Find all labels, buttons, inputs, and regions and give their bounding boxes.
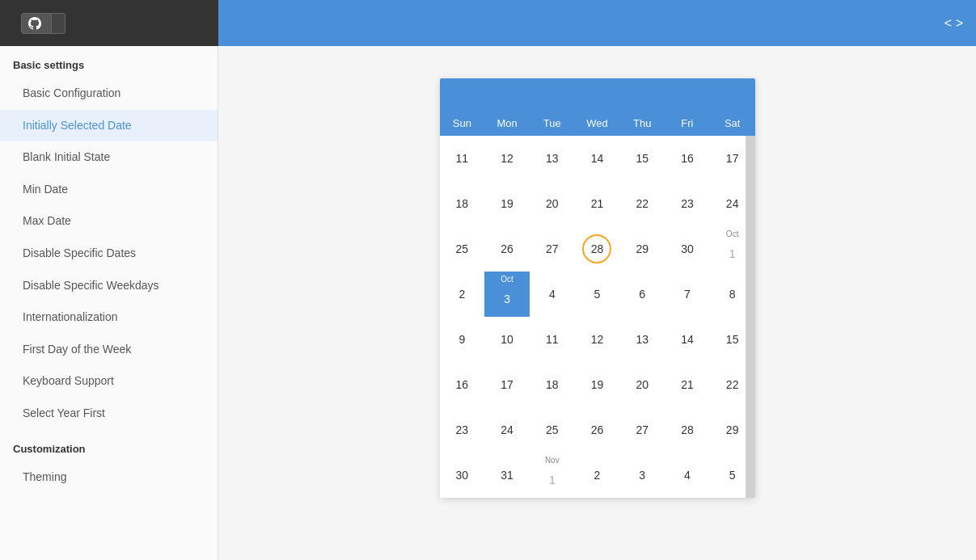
calendar-scrollbar[interactable] bbox=[746, 136, 755, 498]
calendar-cell[interactable]: 20 bbox=[530, 181, 575, 226]
calendar-cell[interactable]: 29 bbox=[619, 226, 665, 272]
calendar-grid: 1112131415161718192021222324252627282930… bbox=[440, 136, 755, 498]
sidebar-item-theming[interactable]: Theming bbox=[0, 461, 218, 494]
calendar-cell[interactable]: 17 bbox=[484, 362, 530, 407]
cell-month-label: Oct bbox=[501, 275, 513, 284]
calendar-cell[interactable]: 21 bbox=[665, 362, 710, 407]
main-layout: Basic settingsBasic ConfigurationInitial… bbox=[0, 46, 976, 560]
calendar-cell[interactable]: 14 bbox=[665, 317, 710, 362]
calendar-cell[interactable]: 19 bbox=[484, 181, 530, 226]
calendar-cell[interactable]: 4 bbox=[530, 272, 575, 317]
sidebar-item-basic-config[interactable]: Basic Configuration bbox=[0, 78, 218, 110]
calendar-cell[interactable]: 27 bbox=[530, 226, 575, 272]
calendar-cell[interactable]: 30 bbox=[665, 226, 710, 272]
sidebar-section-basic-settings: Basic settings bbox=[0, 46, 218, 78]
cell-day-number: 16 bbox=[673, 144, 702, 173]
cell-month-label: Nov bbox=[545, 456, 560, 465]
code-toggle-button[interactable]: < > bbox=[932, 16, 976, 31]
calendar-cell[interactable]: 27 bbox=[619, 407, 665, 453]
calendar-cell[interactable]: 7 bbox=[665, 272, 710, 317]
cell-day-number: 18 bbox=[538, 370, 567, 399]
github-icon bbox=[28, 17, 41, 30]
calendar-cell[interactable]: 14 bbox=[575, 136, 620, 181]
sidebar-item-blank-initial[interactable]: Blank Initial State bbox=[0, 141, 218, 174]
calendar-cell[interactable]: Nov1 bbox=[530, 453, 575, 498]
sidebar-item-disable-specific-dates[interactable]: Disable Specific Dates bbox=[0, 238, 218, 270]
cell-day-number: 2 bbox=[447, 280, 476, 309]
sidebar-item-max-date[interactable]: Max Date bbox=[0, 205, 218, 238]
calendar-cell[interactable]: 13 bbox=[530, 136, 575, 181]
calendar-cell[interactable]: 26 bbox=[575, 407, 620, 453]
calendar-cell[interactable]: 6 bbox=[619, 272, 665, 317]
code-icon: < > bbox=[944, 16, 963, 31]
calendar-cell[interactable]: 25 bbox=[530, 407, 575, 453]
calendar-cell[interactable]: 16 bbox=[665, 136, 710, 181]
cell-day-number: 22 bbox=[718, 370, 747, 399]
calendar-cell[interactable]: 19 bbox=[575, 362, 620, 407]
cell-day-number: 24 bbox=[492, 415, 522, 444]
calendar-cell[interactable]: 30 bbox=[440, 453, 485, 498]
cell-day-number: 19 bbox=[582, 370, 611, 399]
cell-day-number: 18 bbox=[447, 189, 476, 218]
calendar-cell[interactable]: 3 bbox=[619, 453, 665, 498]
cell-day-number: 21 bbox=[582, 189, 611, 218]
calendar-cell[interactable]: 5 bbox=[575, 272, 620, 317]
calendar-cell[interactable]: 18 bbox=[440, 181, 485, 226]
calendar-cell[interactable]: 22 bbox=[619, 181, 665, 226]
weekday-thu: Thu bbox=[619, 111, 665, 136]
github-star-button[interactable] bbox=[21, 13, 52, 34]
calendar-cell[interactable]: 9 bbox=[440, 317, 485, 362]
calendar-cell[interactable]: 4 bbox=[665, 453, 710, 498]
cell-day-number: 20 bbox=[627, 370, 657, 399]
calendar-cell[interactable]: 23 bbox=[440, 407, 485, 453]
weekday-fri: Fri bbox=[665, 111, 710, 136]
calendar-cell[interactable]: 13 bbox=[619, 317, 665, 362]
calendar-cell[interactable]: 15 bbox=[619, 136, 665, 181]
calendar-cell[interactable]: 28 bbox=[665, 407, 710, 453]
cell-day-number: 14 bbox=[673, 325, 702, 354]
calendar-cell[interactable]: 21 bbox=[575, 181, 620, 226]
sidebar-item-min-date[interactable]: Min Date bbox=[0, 174, 218, 206]
cell-day-number: 15 bbox=[627, 144, 657, 173]
calendar: SunMonTueWedThuFriSat 111213141516171819… bbox=[440, 78, 755, 498]
calendar-cell[interactable]: 31 bbox=[484, 453, 530, 498]
sidebar-item-initially-selected[interactable]: Initially Selected Date bbox=[0, 110, 218, 142]
calendar-cell[interactable]: 2 bbox=[575, 453, 620, 498]
calendar-cell[interactable]: 24 bbox=[484, 407, 530, 453]
calendar-cell[interactable]: 2 bbox=[440, 272, 485, 317]
calendar-cell[interactable]: 26 bbox=[484, 226, 530, 272]
calendar-cell[interactable]: 16 bbox=[440, 362, 485, 407]
topbar: < > bbox=[0, 0, 976, 46]
weekday-mon: Mon bbox=[484, 111, 530, 136]
calendar-cell[interactable]: 11 bbox=[440, 136, 485, 181]
cell-day-number: 29 bbox=[718, 415, 747, 444]
cell-day-number: 24 bbox=[718, 189, 747, 218]
cell-day-number: 12 bbox=[582, 325, 611, 354]
cell-day-number: 17 bbox=[718, 144, 747, 173]
cell-day-number: 28 bbox=[582, 234, 611, 263]
cell-day-number: 11 bbox=[538, 325, 567, 354]
cell-day-number: 20 bbox=[538, 189, 567, 218]
calendar-cell[interactable]: 23 bbox=[665, 181, 710, 226]
calendar-cell[interactable]: 25 bbox=[440, 226, 485, 272]
weekday-tue: Tue bbox=[530, 111, 575, 136]
sidebar-item-first-day-week[interactable]: First Day of the Week bbox=[0, 334, 218, 366]
calendar-cell[interactable]: 12 bbox=[484, 136, 530, 181]
calendar-cell[interactable]: 18 bbox=[530, 362, 575, 407]
cell-day-number: 14 bbox=[582, 144, 611, 173]
calendar-cell[interactable]: 20 bbox=[619, 362, 665, 407]
sidebar-item-disable-specific-weekdays[interactable]: Disable Specific Weekdays bbox=[0, 270, 218, 302]
calendar-cell[interactable]: 28 bbox=[575, 226, 620, 272]
star-count bbox=[52, 13, 65, 34]
calendar-cell[interactable]: 12 bbox=[575, 317, 620, 362]
sidebar-item-internationalization[interactable]: Internationalization bbox=[0, 301, 218, 334]
calendar-cell[interactable]: Oct3 bbox=[484, 272, 530, 317]
cell-day-number: 25 bbox=[538, 415, 567, 444]
sidebar-item-select-year-first[interactable]: Select Year First bbox=[0, 398, 218, 430]
calendar-cell[interactable]: 11 bbox=[530, 317, 575, 362]
calendar-cell[interactable]: 10 bbox=[484, 317, 530, 362]
cell-day-number: 5 bbox=[718, 461, 747, 490]
cell-day-number: 21 bbox=[673, 370, 702, 399]
sidebar-item-keyboard-support[interactable]: Keyboard Support bbox=[0, 365, 218, 398]
cell-day-number: 5 bbox=[582, 280, 611, 309]
